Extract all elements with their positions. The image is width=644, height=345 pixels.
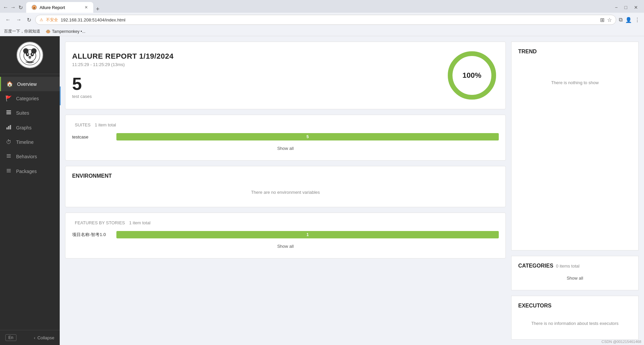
environment-title: ENVIRONMENT [72, 173, 499, 179]
chevron-left-icon: ‹ [34, 335, 35, 340]
bookmark-star-button[interactable]: ☆ [607, 17, 612, 23]
collapse-label: Collapse [37, 335, 54, 340]
svg-rect-12 [6, 110, 11, 111]
report-time: 11:25:29 - 11:25:29 (13ms) [72, 62, 173, 67]
suite-progress-container: 5 [116, 133, 499, 140]
svg-rect-16 [8, 126, 9, 129]
suite-progress-label: 5 [307, 134, 309, 139]
tab-favicon: A [32, 5, 37, 10]
sidebar-item-timeline[interactable]: ⏱ Timeline [0, 135, 60, 149]
back-nav-button[interactable]: ← [4, 15, 12, 24]
sidebar-overview-label: Overview [17, 81, 37, 87]
sidebar-categories-label: Categories [16, 96, 39, 101]
refresh-button[interactable]: ↻ [18, 5, 23, 10]
main-content: ALLURE REPORT 1/19/2024 11:25:29 - 11:25… [60, 36, 644, 345]
suite-progress-bar: 5 [116, 133, 499, 140]
sidebar-footer: En ‹ Collapse [0, 330, 60, 345]
back-button[interactable]: ← [3, 5, 8, 10]
features-title: FEATURES BY STORIES 1 item total [72, 220, 499, 226]
feature-progress-container: 1 [116, 231, 499, 238]
minimize-button[interactable]: − [612, 3, 620, 11]
suites-card: SUITES 1 item total testcase 5 Show all [65, 115, 506, 161]
sidebar-item-graphs[interactable]: Graphs [0, 120, 60, 135]
extensions-button[interactable]: ⧉ [619, 17, 623, 23]
graphs-icon [5, 124, 12, 131]
profile-button[interactable]: 👤 [625, 17, 632, 23]
collapse-button[interactable]: ‹ Collapse [34, 335, 54, 340]
trend-title: TREND [518, 49, 632, 55]
bookmark-tampermonkey[interactable]: 🐵 Tampermonkey •... [46, 29, 86, 34]
svg-point-10 [29, 56, 31, 58]
svg-point-9 [32, 53, 33, 55]
language-label: En [8, 335, 13, 340]
svg-point-8 [27, 53, 29, 55]
sidebar-timeline-label: Timeline [16, 139, 34, 145]
sidebar: PANDA 🏠 Overview 🚩 Categories [0, 36, 60, 345]
forward-button[interactable]: → [11, 5, 15, 10]
left-panel: ALLURE REPORT 1/19/2024 11:25:29 - 11:25… [65, 42, 506, 340]
sidebar-packages-label: Packages [16, 169, 37, 174]
flag-icon: 🚩 [5, 95, 12, 102]
svg-rect-13 [6, 112, 11, 113]
csdn-watermark: CSDN @001215461468 [601, 340, 641, 344]
address-bar[interactable]: ⚠ 不安全 192.168.31.208:51404/index.html ⊞ … [35, 15, 616, 25]
features-show-all-button[interactable]: Show all [72, 241, 499, 251]
categories-count: 0 items total [556, 264, 580, 269]
suite-row: testcase 5 [72, 133, 499, 140]
svg-rect-14 [6, 113, 11, 114]
trend-empty-message: There is nothing to show [518, 60, 632, 105]
sidebar-item-overview[interactable]: 🏠 Overview [0, 77, 60, 91]
categories-header: CATEGORIES 0 items total [518, 263, 632, 269]
maximize-button[interactable]: □ [622, 3, 630, 11]
translate-button[interactable]: ⊞ [600, 17, 604, 23]
overview-card: ALLURE REPORT 1/19/2024 11:25:29 - 11:25… [65, 42, 506, 109]
logo-circle: PANDA [16, 42, 43, 68]
browser-tab[interactable]: A Allure Report ✕ [26, 2, 93, 13]
language-selector[interactable]: En [5, 334, 16, 341]
svg-text:PANDA: PANDA [26, 62, 33, 64]
forward-nav-button[interactable]: → [15, 15, 23, 24]
svg-rect-17 [10, 125, 11, 129]
trend-card: TREND There is nothing to show [511, 42, 639, 250]
sidebar-logo: PANDA [0, 36, 60, 74]
categories-show-all-button[interactable]: Show all [518, 273, 632, 283]
active-indicator [60, 87, 61, 105]
sidebar-behaviors-label: Behaviors [16, 154, 37, 159]
right-panel: TREND There is nothing to show CATEGORIE… [511, 42, 639, 340]
suite-name: testcase [72, 134, 112, 139]
sidebar-item-packages[interactable]: Packages [0, 164, 60, 179]
security-icon: ⚠ [40, 17, 43, 22]
test-label: test cases [72, 94, 173, 99]
feature-progress-bar: 1 [116, 231, 499, 238]
close-button[interactable]: ✕ [631, 3, 641, 11]
tab-close-button[interactable]: ✕ [85, 5, 88, 10]
url-text: 192.168.31.208:51404/index.html [61, 17, 597, 22]
overview-info: ALLURE REPORT 1/19/2024 11:25:29 - 11:25… [72, 52, 173, 99]
sidebar-item-suites[interactable]: Suites [0, 106, 60, 120]
donut-percent: 100% [463, 71, 481, 80]
feature-row: 项目名称-智考1.0 1 [72, 231, 499, 238]
categories-card: CATEGORIES 0 items total Show all [511, 256, 639, 290]
sidebar-nav: 🏠 Overview 🚩 Categories Suites [0, 74, 60, 330]
report-title: ALLURE REPORT 1/19/2024 [72, 52, 173, 61]
security-label: 不安全 [46, 17, 58, 23]
bookmark-tampermonkey-label: Tampermonkey •... [52, 29, 86, 34]
bookmark-baidu[interactable]: 百度一下，你就知道 [4, 28, 40, 34]
svg-rect-15 [6, 127, 8, 129]
environment-message: There are no environment variables [72, 184, 499, 200]
packages-icon [5, 168, 12, 175]
sidebar-item-behaviors[interactable]: Behaviors [0, 149, 60, 164]
categories-title: CATEGORIES [518, 263, 553, 269]
menu-button[interactable]: ⋮ [635, 17, 640, 23]
environment-card: ENVIRONMENT There are no environment var… [65, 166, 506, 207]
svg-text:A: A [33, 6, 35, 9]
suites-title: SUITES 1 item total [72, 122, 499, 128]
bookmark-tampermonkey-icon: 🐵 [46, 29, 51, 34]
feature-progress-label: 1 [307, 232, 309, 237]
suites-show-all-button[interactable]: Show all [72, 143, 499, 154]
new-tab-button[interactable]: + [93, 6, 102, 13]
sidebar-graphs-label: Graphs [16, 125, 32, 130]
behaviors-icon [5, 153, 12, 160]
reload-nav-button[interactable]: ↻ [25, 15, 33, 24]
sidebar-item-categories[interactable]: 🚩 Categories [0, 91, 60, 106]
